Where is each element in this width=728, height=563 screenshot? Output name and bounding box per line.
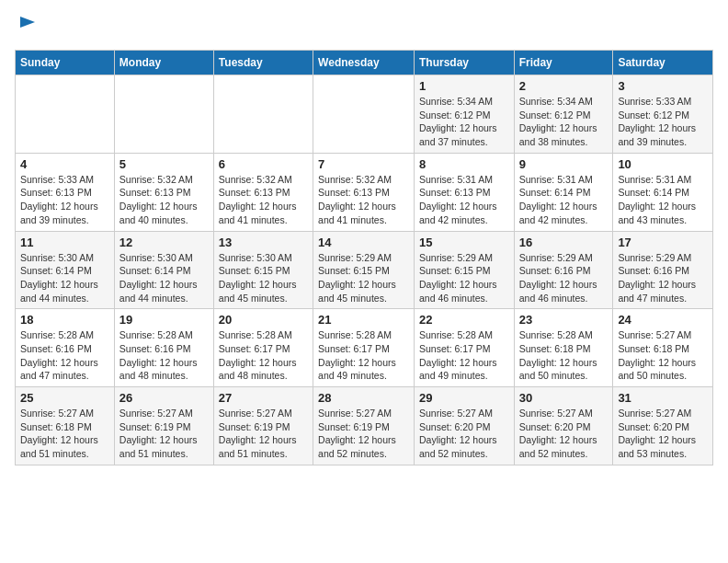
calendar-cell: 29Sunrise: 5:27 AMSunset: 6:20 PMDayligh… — [414, 387, 514, 465]
calendar-header: SundayMondayTuesdayWednesdayThursdayFrid… — [16, 51, 713, 75]
calendar-cell — [313, 75, 415, 154]
day-number: 12 — [119, 236, 209, 249]
day-number: 27 — [219, 391, 308, 405]
logo-flag-icon — [17, 15, 39, 37]
day-number: 1 — [419, 79, 509, 93]
day-number: 25 — [20, 391, 109, 405]
day-info: Sunrise: 5:29 AMSunset: 6:16 PMDaylight:… — [519, 251, 609, 305]
day-info: Sunrise: 5:30 AMSunset: 6:14 PMDaylight:… — [20, 251, 109, 305]
day-info: Sunrise: 5:27 AMSunset: 6:19 PMDaylight:… — [318, 407, 409, 461]
day-info: Sunrise: 5:29 AMSunset: 6:15 PMDaylight:… — [419, 251, 509, 305]
day-header-tuesday: Tuesday — [213, 51, 313, 75]
day-info: Sunrise: 5:27 AMSunset: 6:19 PMDaylight:… — [119, 407, 209, 461]
day-number: 21 — [318, 313, 409, 327]
day-info: Sunrise: 5:31 AMSunset: 6:14 PMDaylight:… — [618, 173, 708, 227]
day-number: 23 — [519, 313, 609, 327]
day-info: Sunrise: 5:33 AMSunset: 6:13 PMDaylight:… — [20, 173, 109, 227]
day-info: Sunrise: 5:28 AMSunset: 6:16 PMDaylight:… — [20, 328, 109, 383]
day-number: 13 — [219, 236, 308, 249]
day-number: 31 — [618, 391, 708, 405]
day-header-saturday: Saturday — [613, 51, 713, 75]
calendar-cell: 21Sunrise: 5:28 AMSunset: 6:17 PMDayligh… — [313, 309, 415, 387]
day-number: 28 — [318, 391, 409, 405]
day-number: 29 — [419, 391, 509, 405]
calendar-cell: 14Sunrise: 5:29 AMSunset: 6:15 PMDayligh… — [313, 231, 415, 309]
day-number: 11 — [20, 236, 109, 249]
calendar-cell: 5Sunrise: 5:32 AMSunset: 6:13 PMDaylight… — [114, 153, 213, 231]
calendar-cell: 8Sunrise: 5:31 AMSunset: 6:13 PMDaylight… — [414, 153, 514, 231]
day-header-monday: Monday — [114, 51, 213, 75]
day-number: 14 — [318, 236, 409, 249]
day-info: Sunrise: 5:33 AMSunset: 6:12 PMDaylight:… — [618, 95, 708, 149]
calendar-cell: 24Sunrise: 5:27 AMSunset: 6:18 PMDayligh… — [613, 309, 713, 387]
week-row-4: 18Sunrise: 5:28 AMSunset: 6:16 PMDayligh… — [16, 309, 713, 387]
calendar-cell: 20Sunrise: 5:28 AMSunset: 6:17 PMDayligh… — [213, 309, 313, 387]
calendar-cell: 7Sunrise: 5:32 AMSunset: 6:13 PMDaylight… — [313, 153, 415, 231]
day-number: 9 — [519, 157, 609, 171]
calendar-cell: 28Sunrise: 5:27 AMSunset: 6:19 PMDayligh… — [313, 387, 415, 465]
day-number: 10 — [618, 157, 708, 171]
calendar-cell: 30Sunrise: 5:27 AMSunset: 6:20 PMDayligh… — [514, 387, 613, 465]
page-header — [15, 15, 713, 40]
day-info: Sunrise: 5:32 AMSunset: 6:13 PMDaylight:… — [219, 173, 308, 227]
day-number: 26 — [119, 391, 209, 405]
day-number: 2 — [519, 79, 609, 93]
day-info: Sunrise: 5:29 AMSunset: 6:16 PMDaylight:… — [618, 251, 708, 305]
calendar-cell: 10Sunrise: 5:31 AMSunset: 6:14 PMDayligh… — [613, 153, 713, 231]
calendar-cell: 27Sunrise: 5:27 AMSunset: 6:19 PMDayligh… — [213, 387, 313, 465]
calendar-cell: 2Sunrise: 5:34 AMSunset: 6:12 PMDaylight… — [514, 75, 613, 154]
calendar-cell: 11Sunrise: 5:30 AMSunset: 6:14 PMDayligh… — [16, 231, 115, 309]
day-number: 22 — [419, 313, 509, 327]
calendar-cell: 25Sunrise: 5:27 AMSunset: 6:18 PMDayligh… — [16, 387, 115, 465]
day-info: Sunrise: 5:30 AMSunset: 6:15 PMDaylight:… — [219, 251, 308, 305]
day-info: Sunrise: 5:34 AMSunset: 6:12 PMDaylight:… — [519, 95, 609, 149]
calendar-cell: 6Sunrise: 5:32 AMSunset: 6:13 PMDaylight… — [213, 153, 313, 231]
calendar-cell: 22Sunrise: 5:28 AMSunset: 6:17 PMDayligh… — [414, 309, 514, 387]
day-info: Sunrise: 5:34 AMSunset: 6:12 PMDaylight:… — [419, 95, 509, 149]
day-header-row: SundayMondayTuesdayWednesdayThursdayFrid… — [16, 51, 713, 75]
day-number: 8 — [419, 157, 509, 171]
day-info: Sunrise: 5:28 AMSunset: 6:17 PMDaylight:… — [318, 328, 409, 383]
day-number: 15 — [419, 236, 509, 249]
day-number: 20 — [219, 313, 308, 327]
day-info: Sunrise: 5:28 AMSunset: 6:16 PMDaylight:… — [119, 328, 209, 383]
day-info: Sunrise: 5:28 AMSunset: 6:18 PMDaylight:… — [519, 328, 609, 383]
calendar-cell: 19Sunrise: 5:28 AMSunset: 6:16 PMDayligh… — [114, 309, 213, 387]
day-number: 18 — [20, 313, 109, 327]
day-info: Sunrise: 5:30 AMSunset: 6:14 PMDaylight:… — [119, 251, 209, 305]
day-info: Sunrise: 5:28 AMSunset: 6:17 PMDaylight:… — [219, 328, 308, 383]
logo — [15, 15, 39, 40]
day-info: Sunrise: 5:27 AMSunset: 6:20 PMDaylight:… — [519, 407, 609, 461]
calendar-cell: 17Sunrise: 5:29 AMSunset: 6:16 PMDayligh… — [613, 231, 713, 309]
day-info: Sunrise: 5:27 AMSunset: 6:20 PMDaylight:… — [419, 407, 509, 461]
calendar-cell: 15Sunrise: 5:29 AMSunset: 6:15 PMDayligh… — [414, 231, 514, 309]
day-number: 17 — [618, 236, 708, 249]
calendar-cell: 3Sunrise: 5:33 AMSunset: 6:12 PMDaylight… — [613, 75, 713, 154]
day-header-thursday: Thursday — [414, 51, 514, 75]
day-header-friday: Friday — [514, 51, 613, 75]
day-info: Sunrise: 5:32 AMSunset: 6:13 PMDaylight:… — [318, 173, 409, 227]
calendar-cell: 31Sunrise: 5:27 AMSunset: 6:20 PMDayligh… — [613, 387, 713, 465]
calendar-cell — [16, 75, 115, 154]
day-info: Sunrise: 5:31 AMSunset: 6:13 PMDaylight:… — [419, 173, 509, 227]
calendar-cell: 1Sunrise: 5:34 AMSunset: 6:12 PMDaylight… — [414, 75, 514, 154]
day-number: 5 — [119, 157, 209, 171]
calendar-cell — [213, 75, 313, 154]
day-info: Sunrise: 5:28 AMSunset: 6:17 PMDaylight:… — [419, 328, 509, 383]
day-info: Sunrise: 5:32 AMSunset: 6:13 PMDaylight:… — [119, 173, 209, 227]
day-number: 19 — [119, 313, 209, 327]
calendar-cell: 4Sunrise: 5:33 AMSunset: 6:13 PMDaylight… — [16, 153, 115, 231]
day-number: 3 — [618, 79, 708, 93]
calendar-cell — [114, 75, 213, 154]
calendar-cell: 16Sunrise: 5:29 AMSunset: 6:16 PMDayligh… — [514, 231, 613, 309]
day-number: 24 — [618, 313, 708, 327]
calendar-cell: 26Sunrise: 5:27 AMSunset: 6:19 PMDayligh… — [114, 387, 213, 465]
week-row-5: 25Sunrise: 5:27 AMSunset: 6:18 PMDayligh… — [16, 387, 713, 465]
week-row-1: 1Sunrise: 5:34 AMSunset: 6:12 PMDaylight… — [16, 75, 713, 154]
day-header-wednesday: Wednesday — [313, 51, 415, 75]
calendar-cell: 18Sunrise: 5:28 AMSunset: 6:16 PMDayligh… — [16, 309, 115, 387]
calendar-cell: 12Sunrise: 5:30 AMSunset: 6:14 PMDayligh… — [114, 231, 213, 309]
day-number: 16 — [519, 236, 609, 249]
calendar-cell: 9Sunrise: 5:31 AMSunset: 6:14 PMDaylight… — [514, 153, 613, 231]
calendar-cell: 23Sunrise: 5:28 AMSunset: 6:18 PMDayligh… — [514, 309, 613, 387]
